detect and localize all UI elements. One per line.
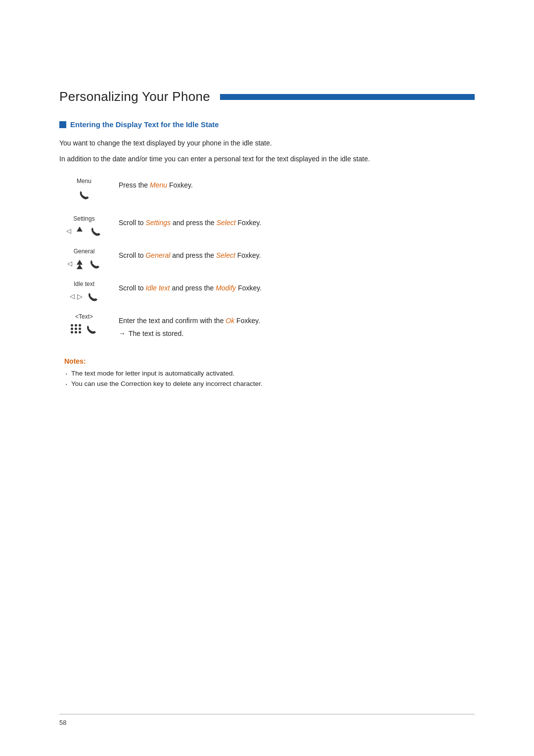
page-number: 58: [59, 719, 66, 726]
dot-2: [75, 324, 77, 327]
text-phone-icon: [84, 322, 97, 336]
menu-icon-svg: [75, 187, 93, 205]
svg-marker-2: [77, 264, 83, 269]
general-nav-up-icon: [74, 258, 85, 269]
notes-title: Notes:: [64, 357, 475, 365]
svg-marker-1: [77, 260, 83, 265]
notes-section: Notes: The text mode for letter input is…: [59, 357, 475, 389]
step-italic-general: General: [145, 251, 170, 259]
step-icon-menu: Menu: [59, 177, 109, 205]
idle-phone-icon: [85, 289, 99, 303]
step-result-text: The text is stored.: [119, 328, 475, 339]
dot-4: [71, 328, 73, 330]
title-bar-decoration: [220, 94, 475, 100]
step-general: General ◁ Scroll to General a: [59, 247, 475, 271]
text-input-icons: [71, 322, 97, 336]
step-description-idle: Scroll to Idle text and press the Modify…: [109, 280, 475, 293]
step-italic-settings: Settings: [145, 219, 171, 227]
dot-3: [79, 324, 81, 327]
keypad-icon: [71, 324, 82, 333]
notes-list: The text mode for letter input is automa…: [64, 368, 475, 389]
settings-phone-icon: [88, 224, 102, 238]
step-idle-text: Idle text ◁ ▷ Scroll to Idle text and pr…: [59, 280, 475, 303]
step-label-text: <Text>: [75, 313, 93, 320]
step-description-menu: Press the Menu Foxkey.: [109, 177, 475, 190]
step-text-input: <Text>: [59, 312, 475, 339]
intro-paragraph-1: You want to change the text displayed by…: [59, 138, 475, 148]
dot-9: [79, 331, 81, 333]
dot-8: [75, 331, 77, 333]
text-input-icon-group: [71, 322, 97, 336]
step-description-settings: Scroll to Settings and press the Select …: [109, 214, 475, 228]
settings-nav-icon: ◁: [66, 224, 102, 238]
page-content: Personalizing Your Phone Entering the Di…: [0, 0, 534, 756]
section-heading-square: [59, 121, 66, 128]
general-nav-icon: ◁: [67, 257, 101, 271]
settings-up-arrow-icon: [73, 225, 86, 237]
page-header: Personalizing Your Phone: [59, 89, 475, 104]
dot-1: [71, 324, 73, 327]
step-icon-idle: Idle text ◁ ▷: [59, 280, 109, 303]
step-italic-menu: Menu: [150, 181, 167, 189]
page-footer: 58: [59, 714, 475, 726]
dots-grid: [71, 324, 82, 333]
dot-7: [71, 331, 73, 333]
step-icon-text: <Text>: [59, 312, 109, 336]
page-title: Personalizing Your Phone: [59, 89, 210, 104]
dot-5: [75, 328, 77, 330]
settings-nav-group: ◁: [66, 224, 102, 238]
svg-marker-0: [77, 227, 83, 232]
nav-arrow-left-2: ◁: [67, 260, 72, 267]
note-item-1: The text mode for letter input is automa…: [64, 368, 475, 379]
intro-paragraph-2: In addition to the date and/or time you …: [59, 153, 475, 164]
note-item-2: You can use the Correction key to delete…: [64, 378, 475, 389]
step-menu: Menu Press the Menu Foxkey.: [59, 177, 475, 205]
step-italic-idle-text: Idle text: [145, 284, 170, 292]
steps-container: Menu Press the Menu Foxkey. Settings ◁: [59, 177, 475, 348]
dot-6: [79, 328, 81, 330]
step-label-general: General: [74, 248, 95, 255]
step-label-menu: Menu: [77, 178, 91, 185]
nav-arrow-left: ◁: [66, 227, 71, 235]
step-description-general: Scroll to General and press the Select F…: [109, 247, 475, 261]
step-icon-settings: Settings ◁: [59, 214, 109, 238]
nav-arrow-left-3: ◁: [70, 292, 75, 300]
nav-arrow-right-3: ▷: [77, 292, 83, 300]
section-heading: Entering the Display Text for the Idle S…: [59, 120, 475, 129]
general-phone-icon: [87, 257, 101, 271]
step-label-settings: Settings: [73, 215, 94, 222]
section-heading-text: Entering the Display Text for the Idle S…: [70, 120, 219, 129]
step-settings: Settings ◁ Scroll to Settings and press …: [59, 214, 475, 238]
step-italic-ok: Ok: [225, 317, 234, 325]
step-italic-select-2: Select: [216, 251, 235, 259]
idle-nav-group: ◁ ▷: [70, 289, 99, 303]
menu-phone-icon: [75, 187, 93, 205]
general-nav-group: ◁: [67, 257, 101, 271]
step-italic-select-1: Select: [217, 219, 236, 227]
step-label-idle: Idle text: [74, 281, 94, 287]
idle-nav-icon: ◁ ▷: [70, 289, 99, 303]
step-icon-general: General ◁: [59, 247, 109, 271]
step-description-text: Enter the text and confirm with the Ok F…: [109, 312, 475, 339]
step-italic-modify: Modify: [216, 284, 236, 292]
